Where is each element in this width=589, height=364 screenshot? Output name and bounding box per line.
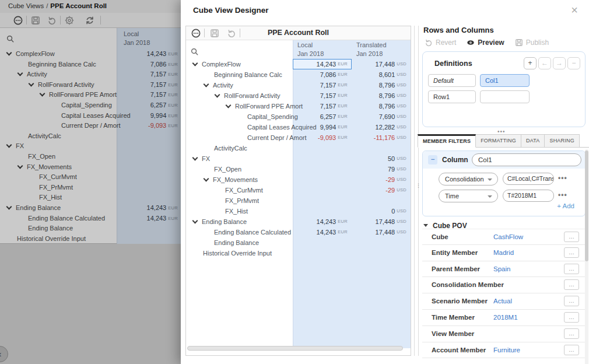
translated-value-cell[interactable]: 17,448USD <box>352 227 411 237</box>
translated-value-cell[interactable] <box>352 143 411 153</box>
pov-ellipsis-button[interactable]: … <box>564 312 579 323</box>
table-row[interactable]: FX_Open79USD <box>186 164 411 174</box>
local-value-cell[interactable] <box>293 237 352 248</box>
tree-row-label[interactable]: ActivityCalc <box>204 143 247 153</box>
expand-chevron-icon[interactable] <box>192 155 198 161</box>
tree-row-label[interactable]: RollForward Activity <box>215 90 281 101</box>
table-row[interactable]: FX_PrMvmt <box>186 195 411 206</box>
local-value-cell[interactable] <box>293 153 352 164</box>
move-definition-left-button[interactable]: ← <box>538 57 551 69</box>
revert-button[interactable]: Revert <box>425 37 456 48</box>
close-icon[interactable]: × <box>568 4 581 16</box>
add-filter-link[interactable]: + Add <box>557 202 574 209</box>
filter-menu-icon[interactable]: ••• <box>558 191 567 199</box>
tab-data[interactable]: DATA <box>521 134 545 148</box>
vertical-scrollbar[interactable] <box>585 149 588 364</box>
filter-name-input[interactable] <box>472 153 581 166</box>
translated-value-cell[interactable] <box>352 248 411 258</box>
translated-value-cell[interactable]: 79USD <box>352 164 411 174</box>
local-value-cell[interactable]: 14,243EUR <box>293 227 352 237</box>
dimension-dropdown[interactable]: Time <box>439 190 498 202</box>
dimension-dropdown[interactable]: Consolidation <box>439 173 498 186</box>
tree-row-label[interactable]: Ending Balance <box>204 237 259 248</box>
local-value-cell[interactable] <box>293 143 352 153</box>
local-value-cell[interactable] <box>293 206 352 216</box>
table-row[interactable]: Beginning Balance Calc7,086EUR8,601USD <box>186 69 411 80</box>
translated-value-cell[interactable]: 50USD <box>352 153 411 164</box>
pov-ellipsis-button[interactable]: … <box>564 296 579 306</box>
tree-row-label[interactable]: Activity <box>204 80 233 90</box>
translated-value-cell[interactable]: 8,601USD <box>352 69 411 80</box>
tree-row-label[interactable]: ComplexFlow <box>193 59 241 69</box>
local-value-cell[interactable]: 7,157EUR <box>293 101 352 111</box>
local-value-cell[interactable] <box>293 164 352 174</box>
table-row[interactable]: Current Depr / Amort-9,093EUR-11,176USD <box>186 132 411 143</box>
pov-value-link[interactable]: Spain <box>493 265 510 272</box>
definition-cell[interactable] <box>480 90 530 103</box>
expand-chevron-icon[interactable] <box>204 176 209 182</box>
table-row[interactable]: Ending Balance Calculated14,243EUR17,448… <box>186 227 411 237</box>
translated-value-cell[interactable]: -11,176USD <box>352 132 411 143</box>
table-row[interactable]: FX_CurMvmt-29USD <box>186 185 411 195</box>
tree-row-label[interactable]: Ending Balance Calculated <box>204 227 291 237</box>
table-row[interactable]: Ending Balance <box>186 237 411 248</box>
expand-chevron-icon[interactable] <box>204 82 209 88</box>
pov-ellipsis-button[interactable]: … <box>564 232 579 242</box>
expand-chevron-icon[interactable] <box>192 218 198 224</box>
tree-row-label[interactable]: Beginning Balance Calc <box>204 69 282 80</box>
pov-value-link[interactable]: CashFlow <box>493 233 523 240</box>
tree-row-label[interactable]: Ending Balance <box>193 216 247 227</box>
vertical-scrollbar-thumb[interactable] <box>585 150 588 261</box>
local-value-cell[interactable]: 9,994EUR <box>293 122 352 132</box>
table-row[interactable]: Capital_Spending6,257EUR7,690USD <box>186 111 411 122</box>
tree-row-label[interactable]: FX_Open <box>204 164 241 174</box>
tree-row-label[interactable]: FX <box>193 153 210 164</box>
pov-ellipsis-button[interactable]: … <box>564 247 579 258</box>
tree-row-label[interactable]: Capital_Spending <box>237 111 298 122</box>
pov-value-link[interactable]: Furniture <box>493 346 520 354</box>
pov-value-link[interactable]: 2018M1 <box>493 314 518 321</box>
expand-chevron-icon[interactable] <box>226 103 232 108</box>
table-row[interactable]: Ending Balance14,243EUR17,448USD <box>186 216 411 227</box>
translated-value-cell[interactable]: 0USD <box>352 206 411 216</box>
translated-value-cell[interactable]: 8,796USD <box>352 80 411 90</box>
tab-member-filters[interactable]: MEMBER FILTERS <box>418 134 476 148</box>
table-row[interactable]: FX50USD <box>186 153 411 164</box>
table-row[interactable]: FX_Movements-29USD <box>186 174 411 185</box>
move-definition-right-button[interactable]: → <box>553 57 566 69</box>
tree-row-label[interactable]: FX_Movements <box>204 174 258 185</box>
definition-cell[interactable]: Col1 <box>480 74 530 87</box>
tree-row-label[interactable]: FX_CurMvmt <box>215 185 263 195</box>
table-row[interactable]: ActivityCalc <box>186 143 411 153</box>
translated-value-cell[interactable]: 7,690USD <box>352 111 411 122</box>
local-value-cell[interactable]: 6,257EUR <box>293 111 352 122</box>
tab-formatting[interactable]: FORMATTING <box>476 134 521 148</box>
local-value-cell[interactable]: 14,243EUR <box>293 59 352 69</box>
local-value-cell[interactable]: 7,157EUR <box>293 90 352 101</box>
pov-ellipsis-button[interactable]: … <box>564 328 579 339</box>
remove-definition-button[interactable]: − <box>567 57 580 69</box>
member-filter-value[interactable]: C#Local,C#Translated <box>503 173 554 185</box>
table-row[interactable]: FX_Hist0USD <box>186 206 411 216</box>
translated-value-cell[interactable] <box>352 237 411 248</box>
table-row[interactable]: Historical Override Input <box>186 248 411 258</box>
local-value-cell[interactable]: -9,093EUR <box>293 132 352 143</box>
local-value-cell[interactable]: 7,157EUR <box>293 80 352 90</box>
table-row[interactable]: RollForward Activity7,157EUR8,796USD <box>186 90 411 101</box>
search-icon[interactable] <box>191 47 198 55</box>
expand-chevron-icon[interactable] <box>192 61 198 66</box>
translated-value-cell[interactable]: 8,796USD <box>352 101 411 111</box>
tree-row-label[interactable]: RollForward PPE Amort <box>226 101 303 111</box>
collapse-filter-icon[interactable]: − <box>428 155 437 164</box>
definition-cell[interactable]: Row1 <box>428 90 476 103</box>
local-value-cell[interactable]: 7,086EUR <box>293 69 352 80</box>
local-value-cell[interactable] <box>293 174 352 185</box>
tree-row-label[interactable]: Historical Override Input <box>193 248 272 258</box>
table-row[interactable]: RollForward PPE Amort7,157EUR8,796USD <box>186 101 411 111</box>
translated-value-cell[interactable]: 17,448USD <box>352 59 411 69</box>
translated-value-cell[interactable]: 8,796USD <box>352 90 411 101</box>
pov-value-link[interactable]: Madrid <box>493 249 514 256</box>
add-definition-button[interactable]: + <box>524 57 537 69</box>
pov-ellipsis-button[interactable]: … <box>564 264 579 274</box>
translated-value-cell[interactable]: -29USD <box>352 185 411 195</box>
